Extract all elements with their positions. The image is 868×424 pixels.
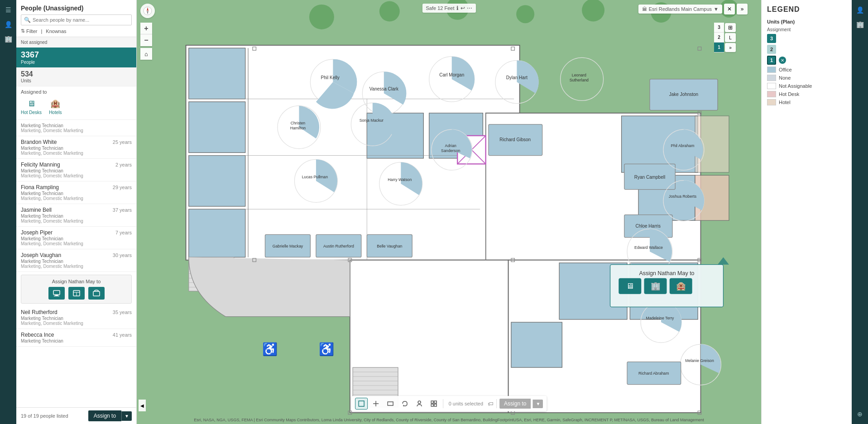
hamburger-icon[interactable]: ☰ bbox=[2, 4, 14, 16]
not-assigned-stat[interactable]: Not assigned bbox=[16, 37, 136, 48]
floor-badge-close[interactable]: ✕ bbox=[779, 57, 786, 64]
search-box[interactable]: 🔍 bbox=[21, 14, 132, 25]
hotel-label: Hotel bbox=[779, 100, 791, 105]
list-item[interactable]: Felicity Manning 2 years Marketing Techn… bbox=[16, 159, 136, 181]
floor-1-btn[interactable]: 1 bbox=[714, 43, 724, 52]
person-dept: Marketing, Domestic Marketing bbox=[21, 151, 132, 156]
person-years: 35 years bbox=[113, 310, 132, 315]
compass[interactable] bbox=[140, 4, 155, 18]
floor-3-btn[interactable]: 3 bbox=[714, 23, 724, 33]
zoom-out-button[interactable]: − bbox=[140, 34, 152, 46]
collapse-left-btn[interactable]: ◀ bbox=[139, 400, 146, 411]
select-tool-btn[interactable] bbox=[355, 398, 368, 410]
floor-selector: 3 2 1 ⊞ L » bbox=[714, 23, 736, 52]
list-item[interactable]: Neil Rutherford 35 years Marketing Techn… bbox=[16, 306, 136, 329]
assign-to-dropdown-arrow[interactable]: ▼ bbox=[121, 411, 132, 421]
list-item[interactable]: Rebecca Ince 41 years Marketing Technici… bbox=[16, 329, 136, 347]
person-role: Marketing Technician bbox=[21, 316, 132, 321]
svg-point-10 bbox=[379, 1, 400, 21]
person-dept: Marketing, Domestic Marketing bbox=[21, 196, 132, 201]
svg-text:Melanie Greison: Melanie Greison bbox=[685, 358, 714, 363]
undo-icon[interactable]: ↩ bbox=[460, 5, 465, 11]
floor-plan-svg: Phil Kelly Vanessa Clark Carl Morgan Dyl… bbox=[137, 0, 761, 424]
assign-to-map-btn[interactable]: Assign to bbox=[499, 399, 531, 409]
svg-text:Joshua Roberts: Joshua Roberts bbox=[669, 194, 697, 199]
assign-icons-row bbox=[25, 287, 128, 300]
filter-icon: ⇅ bbox=[21, 28, 25, 34]
building-icon[interactable]: 🏢 bbox=[2, 33, 14, 45]
units-stat[interactable]: 534 Units bbox=[16, 67, 136, 86]
map-area[interactable]: Safe 12 Feet ℹ ↩ ⋯ 🏛 Esri Redlands Main … bbox=[137, 0, 761, 424]
location-icon: 🏛 bbox=[642, 6, 647, 12]
zoom-in-button[interactable]: + bbox=[140, 23, 152, 34]
list-item[interactable]: Joseph Vaughan 30 years Marketing Techni… bbox=[16, 249, 136, 272]
floor-badge-1: 1 bbox=[767, 56, 776, 65]
svg-text:🖥: 🖥 bbox=[626, 281, 634, 291]
lasso-tool-btn[interactable] bbox=[398, 398, 411, 410]
home-button[interactable]: ⌂ bbox=[140, 48, 152, 60]
person-years: 41 years bbox=[113, 332, 132, 338]
list-item[interactable]: Joseph Piper 7 years Marketing Technicia… bbox=[16, 227, 136, 249]
right-layers-icon[interactable]: ⊕ bbox=[854, 408, 866, 420]
svg-text:Assign Nathan May to: Assign Nathan May to bbox=[639, 270, 694, 276]
list-item[interactable]: Jasmine Bell 37 years Marketing Technici… bbox=[16, 204, 136, 227]
rectangle-tool-btn[interactable] bbox=[384, 398, 397, 410]
assign-hotdesk-btn[interactable] bbox=[48, 287, 65, 300]
hotels-nav-item[interactable]: 🏨 Hotels bbox=[49, 98, 62, 115]
safe-distance-bar: Safe 12 Feet ℹ ↩ ⋯ bbox=[422, 4, 476, 13]
person-role: Marketing Technician bbox=[21, 338, 132, 343]
person-row: Rebecca Ince 41 years bbox=[21, 332, 132, 338]
svg-text:Carl Morgan: Carl Morgan bbox=[439, 72, 464, 77]
floor-2-btn[interactable]: 2 bbox=[714, 33, 724, 43]
svg-text:♿: ♿ bbox=[319, 342, 335, 357]
svg-text:Sonja Mackur: Sonja Mackur bbox=[360, 118, 384, 123]
hotdesks-nav-item[interactable]: 🖥 Hot Desks bbox=[21, 98, 42, 115]
person-years: 7 years bbox=[115, 230, 132, 235]
assign-office-btn[interactable] bbox=[68, 287, 85, 300]
people-icon[interactable]: 👤 bbox=[2, 18, 14, 31]
chevron-right-btn[interactable]: » bbox=[725, 43, 736, 52]
person-role: Marketing Technician bbox=[21, 214, 132, 219]
legend-item-none: None bbox=[767, 75, 846, 81]
more-icon[interactable]: ⋯ bbox=[467, 5, 472, 11]
filter-button[interactable]: ⇅ Filter bbox=[21, 28, 37, 34]
person-row: Brandon White 25 years bbox=[21, 139, 132, 145]
person-years: 25 years bbox=[113, 139, 132, 145]
floor-L-btn[interactable]: L bbox=[725, 33, 736, 42]
person-dept: Marketing, Domestic Marketing bbox=[21, 264, 132, 269]
legend-item-not-assignable: Not Assignable bbox=[767, 83, 846, 89]
search-input[interactable] bbox=[33, 17, 129, 23]
close-location-btn[interactable]: ✕ bbox=[724, 4, 735, 14]
people-list: Marketing Technician Marketing, Domestic… bbox=[16, 120, 136, 407]
right-building-icon[interactable]: 🏢 bbox=[854, 18, 866, 31]
expand-location-btn[interactable]: » bbox=[737, 4, 748, 14]
units-tool-btn[interactable] bbox=[427, 398, 440, 410]
list-item[interactable]: Brandon White 25 years Marketing Technic… bbox=[16, 136, 136, 159]
svg-text:Ryan Campbell: Ryan Campbell bbox=[634, 175, 665, 180]
assign-to-map-dropdown[interactable]: ▼ bbox=[532, 400, 543, 408]
location-dropdown-icon[interactable]: ▼ bbox=[714, 6, 719, 12]
person-years: 37 years bbox=[113, 207, 132, 213]
floor-badge-row-2: 2 bbox=[767, 45, 846, 54]
list-item[interactable]: Fiona Rampling 29 years Marketing Techni… bbox=[16, 181, 136, 204]
right-people-icon[interactable]: 👤 bbox=[854, 4, 866, 16]
assign-to-button[interactable]: Assign to bbox=[88, 410, 121, 421]
units-unit: Units bbox=[21, 78, 132, 83]
svg-point-9 bbox=[309, 5, 334, 29]
person-row: Fiona Rampling 29 years bbox=[21, 184, 132, 191]
assign-hotel-btn[interactable] bbox=[88, 287, 105, 300]
safe-distance-text: Safe 12 Feet bbox=[426, 5, 455, 11]
people-tool-btn[interactable] bbox=[413, 398, 426, 410]
people-stat[interactable]: 3367 People bbox=[16, 48, 136, 67]
person-name: Fiona Rampling bbox=[21, 184, 59, 191]
add-tool-btn[interactable] bbox=[369, 398, 382, 410]
svg-text:Richard Gibson: Richard Gibson bbox=[499, 137, 531, 142]
person-role: Marketing Technician bbox=[21, 146, 132, 151]
svg-rect-0 bbox=[53, 291, 60, 295]
divider: | bbox=[41, 29, 42, 34]
grid-icon-btn[interactable]: ⊞ bbox=[725, 23, 736, 32]
svg-text:Leonard: Leonard bbox=[572, 73, 586, 77]
svg-rect-135 bbox=[431, 404, 433, 406]
list-item[interactable]: Marketing Technician Marketing, Domestic… bbox=[16, 120, 136, 136]
svg-point-12 bbox=[516, 5, 534, 23]
